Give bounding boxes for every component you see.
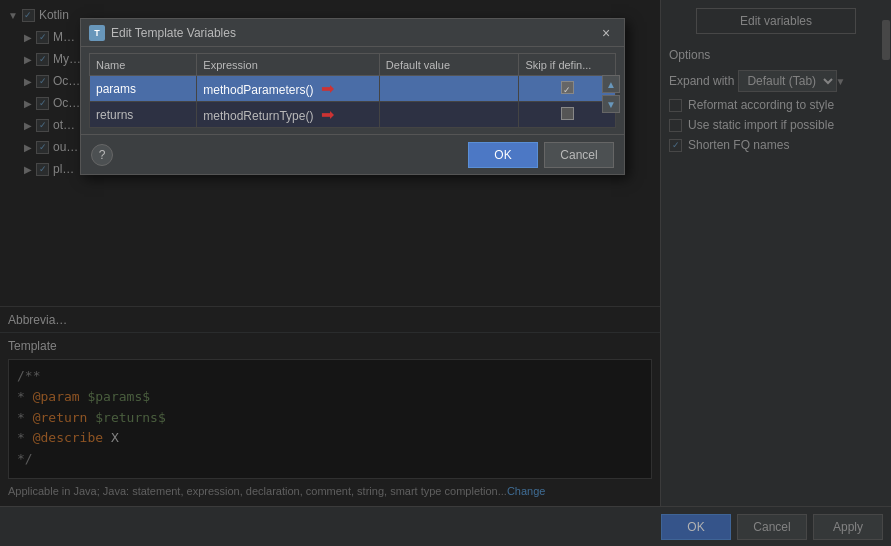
col-header-default: Default value [379, 54, 519, 76]
move-down-button[interactable]: ▼ [602, 95, 620, 113]
cell-params-name: params [90, 76, 197, 102]
params-skip-checkbox[interactable] [561, 81, 574, 94]
returns-arrow-icon: ➡ [321, 105, 334, 124]
returns-expression-value: methodReturnType() [203, 109, 313, 123]
modal-buttons: OK Cancel [468, 142, 614, 168]
modal-ok-button[interactable]: OK [468, 142, 538, 168]
modal-titlebar: T Edit Template Variables × [81, 19, 624, 47]
row-controls: ▲ ▼ [602, 75, 620, 113]
col-header-name: Name [90, 54, 197, 76]
variables-table: Name Expression Default value Skip if de… [89, 53, 616, 128]
cell-returns-expression[interactable]: methodReturnType() ➡ [197, 102, 379, 128]
cell-returns-default[interactable] [379, 102, 519, 128]
cell-params-expression[interactable]: methodParameters() ➡ [197, 76, 379, 102]
modal-close-button[interactable]: × [596, 23, 616, 43]
col-header-skip: Skip if defin... [519, 54, 616, 76]
cell-returns-name: returns [90, 102, 197, 128]
modal-dialog: T Edit Template Variables × Name Express… [80, 18, 625, 175]
modal-title-text: Edit Template Variables [111, 26, 596, 40]
table-row[interactable]: params methodParameters() ➡ [90, 76, 616, 102]
returns-skip-checkbox[interactable] [561, 107, 574, 120]
cell-params-default[interactable] [379, 76, 519, 102]
cell-returns-skip[interactable] [519, 102, 616, 128]
modal-cancel-button[interactable]: Cancel [544, 142, 614, 168]
table-row[interactable]: returns methodReturnType() ➡ [90, 102, 616, 128]
modal-title-icon: T [89, 25, 105, 41]
params-expression-value: methodParameters() [203, 83, 313, 97]
modal-table-container: Name Expression Default value Skip if de… [81, 47, 624, 134]
cell-params-skip[interactable] [519, 76, 616, 102]
move-up-button[interactable]: ▲ [602, 75, 620, 93]
params-arrow-icon: ➡ [321, 79, 334, 98]
modal-footer: ? OK Cancel [81, 134, 624, 174]
help-button[interactable]: ? [91, 144, 113, 166]
col-header-expression: Expression [197, 54, 379, 76]
